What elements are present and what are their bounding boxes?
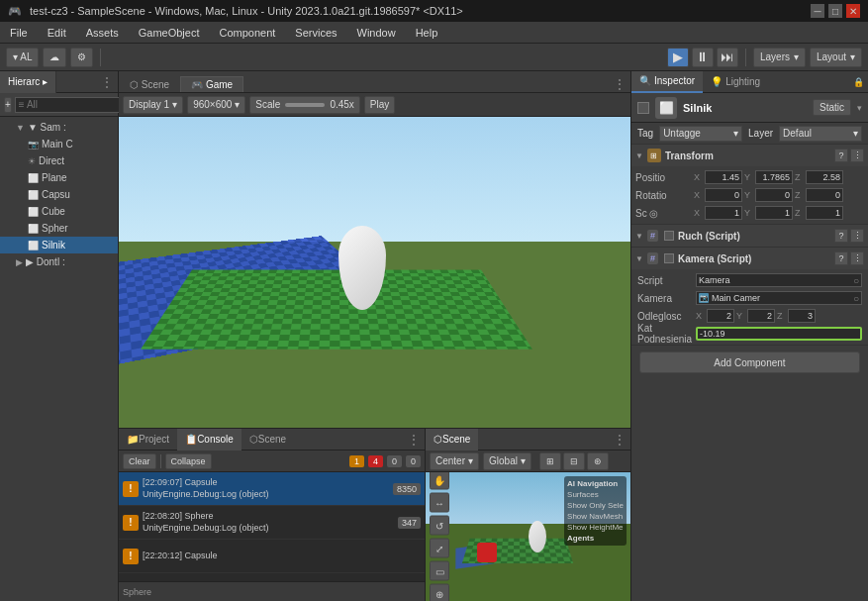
menu-gameobject[interactable]: GameObject (129, 25, 210, 41)
position-y-input[interactable] (755, 170, 793, 184)
odl-y-input[interactable] (747, 309, 775, 323)
hierarchy-item-directional[interactable]: ☀ Direct (0, 152, 118, 169)
mini-tool-move[interactable]: ↔ (430, 493, 449, 513)
scene-bottom-tab[interactable]: ⬡ Scene (241, 429, 294, 451)
kamera-menu[interactable]: ⋮ (850, 251, 864, 265)
ruch-menu[interactable]: ⋮ (850, 229, 864, 243)
static-button[interactable]: Static (813, 99, 851, 116)
menu-help[interactable]: Help (406, 25, 448, 41)
play-label[interactable]: Play (364, 96, 395, 114)
kamera-enabled-checkbox[interactable] (664, 253, 674, 263)
scene-tool-move[interactable]: ⊛ (587, 452, 609, 470)
hierarchy-item-cube[interactable]: ⬜ Cube (0, 203, 118, 220)
pause-button[interactable]: ⏸ (692, 48, 714, 67)
scale-fields: X Y Z (694, 206, 864, 220)
rotation-y-input[interactable] (755, 188, 793, 202)
kamera-component: ▼ # Kamera (Script) ? ⋮ Script Kamera (631, 248, 868, 346)
global-dropdown[interactable]: Global ▾ (483, 452, 531, 470)
mini-tool-transform[interactable]: ⊕ (430, 584, 449, 602)
maximize-button[interactable]: □ (828, 4, 842, 18)
close-button[interactable]: ✕ (846, 4, 860, 18)
hierarchy-item-sphere[interactable]: ⬜ Spher (0, 220, 118, 237)
ruch-help[interactable]: ? (834, 229, 848, 243)
rotation-z-input[interactable] (806, 188, 843, 202)
scale-z-input[interactable] (806, 206, 843, 220)
hierarchy-item-dontl[interactable]: ▶ ▶ Dontl : (0, 253, 118, 270)
mini-tool-hand[interactable]: ✋ (430, 472, 449, 490)
hierarchy-options-icon[interactable]: ⋮ (96, 74, 118, 90)
ruch-header[interactable]: ▼ # Ruch (Script) ? ⋮ (631, 225, 868, 247)
scene-tool-snap[interactable]: ⊟ (563, 452, 585, 470)
al-dropdown[interactable]: ▾ AL (6, 48, 39, 67)
mini-tool-rect[interactable]: ▭ (430, 561, 449, 581)
scale-x-input[interactable] (705, 206, 742, 220)
lock-icon[interactable]: 🔒 (849, 77, 868, 87)
object-enabled-checkbox[interactable] (637, 102, 649, 114)
rotation-x-input[interactable] (705, 188, 742, 202)
resolution-label: 960×600 (193, 99, 232, 110)
hierarchy-tab[interactable]: Hierarc ▸ (0, 71, 56, 93)
menu-assets[interactable]: Assets (76, 25, 129, 41)
console-msg-2: [22:08:20] Sphere UnityEngine.Debug:Log … (143, 511, 394, 534)
hierarchy-item-maincamera[interactable]: 📷 Main C (0, 136, 118, 152)
scene-options-icon[interactable]: ⋮ (609, 432, 630, 448)
menu-services[interactable]: Services (285, 25, 346, 41)
menu-window[interactable]: Window (347, 25, 406, 41)
scale-row-label: Sc ◎ (635, 208, 690, 219)
lighting-tab[interactable]: 💡 Lighting (703, 71, 768, 93)
console-item-capsule[interactable]: ! [22:09:07] Capsule UnityEngine.Debug:L… (119, 472, 425, 506)
play-button[interactable]: ▶ (667, 48, 689, 67)
game-view-tab[interactable]: 🎮 Game (180, 76, 243, 92)
hierarchy-item-sam[interactable]: ▼ ▼ Sam : (0, 119, 118, 136)
menu-component[interactable]: Component (209, 25, 285, 41)
view-options-icon[interactable]: ⋮ (609, 76, 630, 92)
tag-dropdown[interactable]: Untagge ▾ (659, 126, 742, 142)
collapse-button[interactable]: Collapse (165, 453, 212, 469)
clear-button[interactable]: Clear (123, 453, 156, 469)
scene-tool-grid[interactable]: ⊞ (539, 452, 561, 470)
add-component-button[interactable]: Add Component (639, 351, 860, 373)
console-item-sphere[interactable]: ! [22:08:20] Sphere UnityEngine.Debug:Lo… (119, 506, 425, 540)
transform-menu[interactable]: ⋮ (850, 149, 864, 162)
console-item-capsule2[interactable]: ! [22:20:12] Capsule (119, 540, 425, 573)
transform-header[interactable]: ▼ ⊞ Transform ? ⋮ (631, 145, 868, 166)
layout-dropdown[interactable]: Layout ▾ (810, 48, 862, 67)
mini-tool-rotate[interactable]: ↺ (430, 516, 449, 536)
layers-label: Layers (760, 51, 790, 62)
scale-y-input[interactable] (755, 206, 793, 220)
transform-help[interactable]: ? (834, 149, 848, 162)
odl-z-input[interactable] (788, 309, 816, 323)
cloud-button[interactable]: ☁ (43, 48, 66, 67)
menu-edit[interactable]: Edit (38, 25, 76, 41)
kamera-header[interactable]: ▼ # Kamera (Script) ? ⋮ (631, 248, 868, 269)
center-dropdown[interactable]: Center ▾ (430, 452, 479, 470)
hierarchy-item-capsule[interactable]: ⬜ Capsu (0, 186, 118, 203)
console-options-icon[interactable]: ⋮ (403, 432, 425, 448)
hierarchy-item-silnik[interactable]: ⬜ Silnik (0, 237, 118, 253)
console-tab[interactable]: 📋 Console (177, 429, 241, 451)
static-chevron[interactable]: ▾ (857, 103, 862, 113)
kat-input[interactable] (696, 327, 862, 341)
ruch-enabled-checkbox[interactable] (664, 231, 674, 241)
hierarchy-item-plane[interactable]: ⬜ Plane (0, 169, 118, 186)
scene-view-tab[interactable]: ⬡ Scene (119, 76, 180, 92)
odl-x-input[interactable] (707, 309, 734, 323)
position-x-input[interactable] (705, 170, 742, 184)
layers-dropdown[interactable]: Layers ▾ (753, 48, 806, 67)
mini-tool-scale[interactable]: ⤢ (430, 539, 449, 558)
step-button[interactable]: ⏭ (717, 48, 738, 67)
settings-button[interactable]: ⚙ (70, 48, 93, 67)
menu-file[interactable]: File (0, 25, 38, 41)
resolution-dropdown[interactable]: 960×600 ▾ (187, 96, 245, 114)
layer-dropdown[interactable]: Defaul ▾ (779, 126, 862, 142)
inspector-tab[interactable]: 🔍 Inspector (631, 71, 703, 93)
add-hierarchy-button[interactable]: + (4, 97, 12, 113)
position-z-input[interactable] (806, 170, 843, 184)
display-dropdown[interactable]: Display 1 ▾ (123, 96, 183, 114)
bottom-scene-tab[interactable]: ⬡ Scene (426, 429, 478, 451)
scale-control[interactable]: Scale 0.45x (249, 96, 359, 114)
minimize-button[interactable]: ─ (811, 4, 824, 18)
project-tab[interactable]: 📁 Project (119, 429, 177, 451)
kamera-help[interactable]: ? (834, 251, 848, 265)
scale-slider[interactable] (285, 103, 325, 107)
